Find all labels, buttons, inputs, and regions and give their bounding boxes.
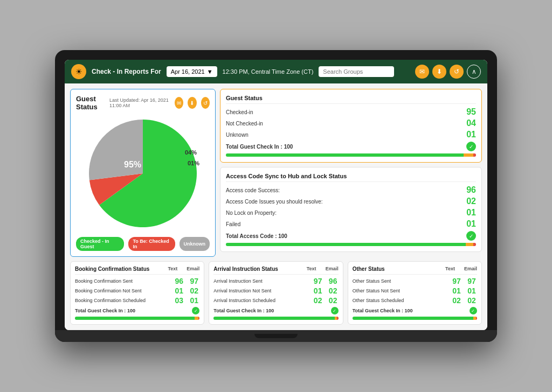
pie-chart bbox=[89, 120, 197, 227]
other-row-scheduled: Other Status Scheduled 02 02 bbox=[353, 296, 477, 305]
other-scheduled-label: Other Status Scheduled bbox=[353, 298, 451, 303]
arrival-total-icon: ✓ bbox=[331, 307, 339, 314]
stat-row-unknown: Unknown 01 bbox=[226, 130, 476, 139]
access-code-card: Access Code Sync to Hub and Lock Status … bbox=[220, 167, 482, 252]
left-column: Guest Status Checked-in 95 Not Checked-i… bbox=[220, 89, 482, 257]
refresh-icon-button[interactable]: ↺ bbox=[450, 65, 464, 79]
arrival-col1: Text bbox=[306, 266, 317, 271]
other-col-headers: Text Email bbox=[445, 266, 477, 271]
booking-notsent-text: 01 bbox=[174, 286, 184, 295]
arrival-notsent-values: 01 02 bbox=[313, 286, 339, 295]
other-total-label: Total Guest Check In : 100 bbox=[353, 308, 413, 313]
booking-progress-bar bbox=[75, 317, 199, 320]
chart-refresh-button[interactable]: ↺ bbox=[201, 97, 210, 109]
other-scheduled-values: 02 02 bbox=[451, 296, 477, 305]
ac-success-value: 96 bbox=[466, 185, 476, 195]
chevron-down-icon: ▼ bbox=[207, 68, 213, 75]
other-notsent-label: Other Status Not Sent bbox=[353, 288, 451, 293]
booking-row-sent: Booking Confirmation Sent 96 97 bbox=[75, 277, 199, 285]
arrival-sent-values: 97 96 bbox=[313, 277, 339, 285]
other-col1: Text bbox=[445, 266, 456, 271]
booking-total-row: Total Guest Check In : 100 ✓ bbox=[75, 307, 199, 314]
ac-total-row: Total Access Code : 100 ✓ bbox=[226, 231, 476, 241]
arrival-instruction-card: Arrival Instruction Status Text Email Ar… bbox=[209, 261, 343, 325]
ac-total-icon: ✓ bbox=[466, 231, 476, 241]
chart-download-button[interactable]: ⬇ bbox=[188, 97, 196, 109]
booking-card-title: Booking Confirmation Status bbox=[75, 266, 149, 272]
notcheckedin-label: Not Checked-in bbox=[226, 121, 263, 127]
booking-confirmation-card: Booking Confirmation Status Text Email B… bbox=[70, 261, 204, 325]
booking-progress-green bbox=[75, 317, 195, 320]
laptop-frame: ☀ Check - In Reports For Apr 16, 2021 ▼ … bbox=[55, 50, 497, 342]
other-progress-bar bbox=[353, 317, 477, 320]
other-row-sent: Other Status Sent 97 97 bbox=[353, 277, 477, 285]
header-title: Check - In Reports For bbox=[92, 68, 161, 75]
header: ☀ Check - In Reports For Apr 16, 2021 ▼ … bbox=[65, 60, 487, 83]
app-logo: ☀ bbox=[71, 64, 86, 79]
chart-header: Guest Status Last Updated: Apr 16, 2021 … bbox=[76, 95, 210, 111]
checkedin-value: 95 bbox=[466, 107, 476, 117]
booking-sent-email: 97 bbox=[189, 277, 199, 285]
booking-row-notsent: Booking Confirmation Not Sent 01 02 bbox=[75, 286, 199, 295]
arrival-progress-green bbox=[213, 317, 334, 320]
chart-email-button[interactable]: ✉ bbox=[175, 97, 183, 109]
ac-failed-label: Failed bbox=[226, 221, 240, 227]
ac-progress-bar bbox=[226, 243, 476, 246]
ac-row-success: Access code Success: 96 bbox=[226, 185, 476, 195]
ac-row-nolock: No Lock on Property: 01 bbox=[226, 208, 476, 218]
arrival-scheduled-text: 02 bbox=[313, 296, 323, 305]
ac-total-label: Total Access Code : 100 bbox=[226, 233, 287, 239]
ac-progress-orange bbox=[466, 243, 473, 246]
arrival-progress-bar bbox=[213, 317, 338, 320]
stat-row-notcheckedin: Not Checked-in 04 bbox=[226, 118, 476, 128]
legend-to-be-checked-in: To Be: Checked In bbox=[128, 237, 175, 251]
chart-title: Guest Status bbox=[76, 95, 109, 111]
other-card-title: Other Status bbox=[353, 266, 385, 272]
header-icons: ✉ ⬇ ↺ ∧ bbox=[415, 65, 481, 79]
legend-checked-in: Checked - In Guest bbox=[76, 237, 124, 251]
ac-failed-value: 01 bbox=[466, 219, 476, 229]
arrival-row-notsent: Arrival Instruction Not Sent 01 02 bbox=[213, 286, 338, 295]
stat-row-checkedin: Checked-in 95 bbox=[226, 107, 476, 117]
arrival-sent-email: 96 bbox=[328, 277, 339, 285]
checkedin-label: Checked-in bbox=[226, 109, 253, 115]
guest-status-title: Guest Status bbox=[226, 95, 476, 104]
arrival-card-title: Arrival Instruction Status bbox=[213, 266, 278, 272]
other-sent-text: 97 bbox=[451, 277, 462, 285]
booking-notsent-email: 02 bbox=[189, 286, 199, 295]
arrival-notsent-text: 01 bbox=[313, 286, 323, 295]
booking-progress-red bbox=[198, 317, 199, 320]
date-picker-button[interactable]: Apr 16, 2021 ▼ bbox=[167, 66, 217, 77]
arrival-col2: Email bbox=[326, 266, 339, 271]
arrival-scheduled-email: 02 bbox=[328, 296, 339, 305]
ac-nolock-value: 01 bbox=[466, 208, 476, 218]
ac-success-label: Access code Success: bbox=[226, 187, 280, 193]
search-input[interactable] bbox=[319, 66, 394, 77]
header-time: 12:30 PM, Central Time Zone (CT) bbox=[223, 68, 314, 75]
email-icon-button[interactable]: ✉ bbox=[415, 65, 429, 79]
other-notsent-email: 01 bbox=[466, 286, 477, 295]
booking-card-header: Booking Confirmation Status Text Email bbox=[75, 266, 199, 275]
other-notsent-values: 01 01 bbox=[451, 286, 477, 295]
unknown-label: Unknown bbox=[226, 132, 249, 138]
other-col2: Email bbox=[464, 266, 477, 271]
download-icon-button[interactable]: ⬇ bbox=[432, 65, 446, 79]
arrival-progress-red bbox=[337, 317, 338, 320]
collapse-icon-button[interactable]: ∧ bbox=[467, 65, 481, 79]
date-label: Apr 16, 2021 bbox=[171, 68, 205, 75]
guest-total-row: Total Guest Check In : 100 ✓ bbox=[226, 142, 476, 151]
chart-legend: Checked - In Guest To Be: Checked In Unk… bbox=[76, 237, 210, 251]
other-total-row: Total Guest Check In : 100 ✓ bbox=[353, 307, 477, 314]
arrival-notsent-label: Arrival Instruction Not Sent bbox=[213, 288, 312, 293]
main-content: Guest Status Checked-in 95 Not Checked-i… bbox=[65, 83, 487, 330]
notcheckedin-value: 04 bbox=[466, 118, 476, 128]
booking-total-label: Total Guest Check In : 100 bbox=[75, 308, 135, 313]
arrival-sent-label: Arrival Instruction Sent bbox=[213, 278, 312, 284]
booking-progress-orange bbox=[195, 317, 198, 320]
ac-issues-value: 02 bbox=[466, 197, 476, 206]
laptop-screen: ☀ Check - In Reports For Apr 16, 2021 ▼ … bbox=[65, 60, 487, 330]
booking-col-headers: Text Email bbox=[167, 266, 199, 271]
ac-row-failed: Failed 01 bbox=[226, 219, 476, 229]
arrival-notsent-email: 02 bbox=[328, 286, 339, 295]
guest-total-label: Total Guest Check In : 100 bbox=[226, 144, 293, 150]
